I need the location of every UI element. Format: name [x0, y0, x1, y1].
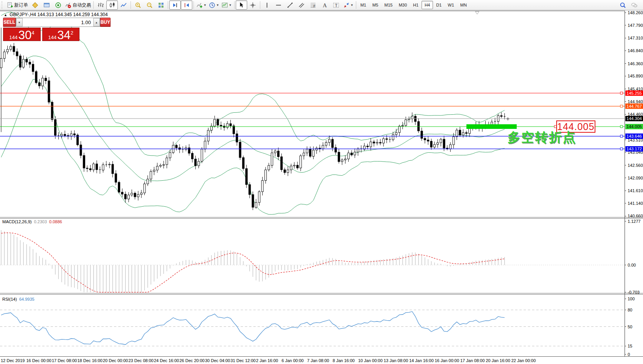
pivot-note-text[interactable]: 多空转折点 — [507, 129, 577, 146]
buy-price-box[interactable]: 144342 — [42, 28, 80, 41]
periods-button[interactable]: ▼ — [208, 0, 220, 10]
price-tick-label: 148.260 — [628, 10, 643, 15]
tile-windows-button[interactable] — [155, 0, 167, 10]
volume-increase-button[interactable]: ▲ — [93, 18, 100, 26]
time-tick-label: 7 Jan 08:00 — [307, 358, 329, 363]
templates-button[interactable]: ▼ — [220, 0, 233, 10]
sell-price-big: 30 — [18, 30, 31, 40]
bar-chart-button[interactable] — [95, 0, 106, 10]
zoom-out-button[interactable] — [144, 0, 155, 10]
toolbar-separator — [168, 1, 168, 9]
timeframe-m5-button[interactable]: M5 — [369, 1, 381, 9]
time-tick-label: 31 Dec 12:00 — [231, 358, 256, 363]
price-tick-label: 142.090 — [628, 176, 643, 180]
text-label-button[interactable]: T — [331, 0, 342, 10]
signals-button[interactable] — [52, 0, 64, 10]
vertical-line-icon — [264, 2, 270, 8]
toolbar-separator — [260, 1, 260, 9]
tile-windows-icon — [158, 2, 164, 8]
sell-price-box[interactable]: 144304 — [3, 28, 41, 41]
channel-button[interactable] — [296, 0, 307, 10]
hline-handle[interactable] — [620, 148, 623, 150]
new-order-button[interactable]: 新订单 — [5, 0, 29, 10]
timeframe-h4-button[interactable]: H4 — [422, 1, 433, 9]
new-order-button-label: 新订单 — [14, 2, 28, 8]
crosshair-button[interactable] — [247, 0, 259, 10]
time-tick-label: 23 Dec 08:00 — [129, 358, 154, 363]
mt4-terminal-window: 新订单自动交易▼▼▼FAT▼M1M5M15M30H1H4D1W1MN 148.2… — [0, 0, 643, 364]
sell-price-base: 144 — [9, 35, 18, 40]
timeframe-m15-button[interactable]: M15 — [381, 1, 395, 9]
green-highlight-bar[interactable] — [466, 124, 517, 129]
time-tick-label: 18 Dec 16:00 — [78, 358, 102, 363]
bollinger-bands — [1, 12, 504, 214]
buy-button[interactable]: BUY — [100, 18, 111, 27]
price-tick-label: 147.310 — [628, 36, 643, 40]
toolbar: 新订单自动交易▼▼▼FAT▼M1M5M15M30H1H4D1W1MN — [0, 0, 643, 10]
timeframe-w1-button[interactable]: W1 — [445, 1, 457, 9]
chart-surface[interactable]: 148.260147.790147.310146.840146.360145.8… — [0, 0, 643, 364]
price-tick-label: 142.560 — [628, 163, 643, 168]
timeframe-h1-button[interactable]: H1 — [410, 1, 422, 9]
hline-handle[interactable] — [620, 125, 623, 128]
hline-handle[interactable] — [620, 92, 623, 94]
rsi-tick-label: 50 — [628, 324, 632, 329]
price-tick-label: 140.660 — [628, 214, 643, 218]
price-axis[interactable]: 148.260147.790147.310146.840146.360145.8… — [625, 10, 643, 357]
price-tick-label: 145.890 — [628, 74, 643, 78]
toolbar-separator — [93, 1, 94, 9]
zoom-in-icon — [135, 2, 141, 8]
timeframe-m30-button[interactable]: M30 — [396, 1, 410, 9]
volume-spinner: ▼ ▲ — [16, 18, 100, 27]
dropdown-caret-icon: ▼ — [203, 3, 207, 7]
channel-icon — [298, 2, 305, 8]
zoom-in-button[interactable] — [132, 0, 144, 10]
dropdown-caret-icon: ▼ — [229, 3, 232, 7]
indicators-button[interactable]: ▼ — [195, 0, 208, 10]
text-button[interactable]: A — [319, 0, 331, 10]
toolbar-grip — [2, 1, 4, 9]
search-button[interactable] — [617, 0, 628, 10]
candlestick-button[interactable] — [106, 0, 118, 10]
fibonacci-button[interactable]: F — [307, 0, 319, 10]
market-window-button[interactable] — [41, 0, 52, 10]
sell-button[interactable]: SELL — [3, 18, 16, 27]
line-chart-button[interactable] — [118, 0, 129, 10]
time-axis[interactable]: 12 Dec 201916 Dec 00:0017 Dec 08:0018 De… — [1, 358, 536, 363]
time-tick-label: 16 Dec 00:00 — [26, 358, 51, 363]
buy-price-big: 34 — [57, 30, 70, 40]
cursor-icon — [238, 2, 245, 8]
collapse-panel-icon[interactable]: ▲ — [4, 13, 7, 17]
horizontal-line-icon — [275, 2, 282, 8]
time-tick-label: 13 Jan 08:00 — [384, 358, 408, 363]
hline-handle[interactable] — [620, 135, 623, 137]
bar-chart-icon — [98, 2, 104, 8]
chart-shift-button[interactable] — [181, 0, 192, 10]
trendline-button[interactable] — [284, 0, 296, 10]
styler-button[interactable] — [29, 0, 41, 10]
autotrading-button[interactable]: 自动交易 — [64, 0, 92, 10]
dropdown-caret-icon: ▼ — [350, 3, 354, 7]
volume-decrease-button[interactable]: ▼ — [16, 18, 23, 26]
hline-handle[interactable] — [620, 105, 623, 107]
timeframe-mn-button[interactable]: MN — [457, 1, 470, 9]
macd-tick-label: -0.703 — [628, 290, 640, 295]
autotrading-button-label: 自动交易 — [73, 2, 91, 8]
line-chart-icon — [121, 2, 127, 8]
horizontal-line-button[interactable] — [273, 0, 284, 10]
chart-shift-marker[interactable] — [475, 12, 479, 14]
cursor-button[interactable] — [236, 0, 247, 10]
new-order-icon — [7, 2, 13, 8]
timeframe-d1-button[interactable]: D1 — [433, 1, 445, 9]
auto-scroll-button[interactable] — [169, 0, 181, 10]
candles — [0, 28, 506, 210]
volume-input[interactable] — [23, 18, 93, 26]
vertical-line-button[interactable] — [261, 0, 273, 10]
arrows-button[interactable]: ▼ — [342, 0, 355, 10]
chat-button[interactable] — [628, 0, 640, 10]
zoom-out-icon — [146, 2, 153, 8]
chart-annotations[interactable] — [466, 12, 557, 129]
rsi-tick-label: 15 — [628, 344, 632, 348]
time-tick-label: 6 Jan 00:00 — [282, 358, 304, 363]
timeframe-m1-button[interactable]: M1 — [357, 1, 369, 9]
